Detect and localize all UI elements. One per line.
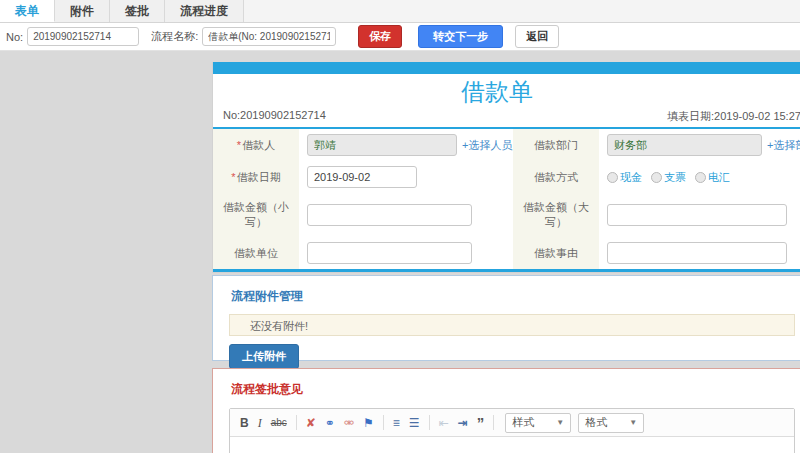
toolbar-separator [296,415,297,430]
link-icon[interactable]: ⚭ [321,414,339,432]
attachment-heading: 流程附件管理 [231,288,800,305]
tab-attachments[interactable]: 附件 [55,0,110,22]
loan-unit-label: 借款单位 [213,237,299,269]
ordered-list-icon[interactable]: ≡ [389,414,404,432]
indent-icon[interactable]: ⇥ [454,414,472,432]
anchor-icon[interactable]: ⚑ [359,414,378,432]
department-select-link[interactable]: +选择部门 [767,138,800,153]
loan-unit-input[interactable] [307,242,472,264]
outdent-icon[interactable]: ⇤ [435,414,453,432]
radio-icon[interactable] [651,172,662,183]
styles-dropdown[interactable]: 样式▼ [505,413,571,433]
upload-attachment-button[interactable]: 上传附件 [229,344,299,369]
panel-header-bar [213,62,800,74]
amount-uppercase-label: 借款金额（大写） [513,193,599,237]
loan-date-input[interactable] [307,166,417,188]
top-toolbar: No: 流程名称: 保存 转交下一步 返回 [0,23,800,51]
chevron-down-icon: ▼ [556,418,564,427]
loan-method-radio[interactable]: 电汇 [695,170,730,185]
department-field: +选择部门 [599,129,800,161]
loan-reason-input[interactable] [607,242,787,264]
amount-lowercase-field [299,193,513,237]
bold-icon[interactable]: B [236,414,253,432]
loan-method-radio[interactable]: 现金 [607,170,642,185]
tab-bar: 表单附件签批流程进度 [0,0,800,23]
remove-format-icon[interactable]: ✘ [302,414,320,432]
format-dropdown[interactable]: 格式▼ [578,413,644,433]
italic-icon[interactable]: I [254,414,266,432]
rich-text-editor: BIabc✘⚭⚮⚑≡☰⇤⇥”样式▼格式▼ [229,408,795,453]
approval-heading: 流程签批意见 [231,381,800,398]
form-meta-row: No:20190902152714 填表日期:2019-09-02 15:27:… [213,107,800,125]
save-button[interactable]: 保存 [358,25,402,48]
department-label: 借款部门 [513,129,599,161]
toolbar-separator [429,415,430,430]
borrower-input[interactable] [307,134,457,156]
editor-toolbar: BIabc✘⚭⚮⚑≡☰⇤⇥”样式▼格式▼ [230,409,794,437]
loan-date-field [299,161,513,193]
toolbar-separator [383,415,384,430]
process-name-input[interactable] [202,27,336,46]
loan-date-label: *借款日期 [213,161,299,193]
attachment-section: 流程附件管理 还没有附件! 上传附件 [212,275,800,361]
toolbar-separator [493,415,494,430]
borrower-label: *借款人 [213,129,299,161]
loan-method-label: 借款方式 [513,161,599,193]
loan-reason-field [599,237,800,269]
loan-method-radio[interactable]: 支票 [651,170,686,185]
radio-icon[interactable] [607,172,618,183]
amount-lowercase-input[interactable] [307,204,472,226]
document-number: No:20190902152714 [223,109,326,121]
forward-next-step-button[interactable]: 转交下一步 [418,25,503,48]
page-title: 借款单 [213,77,800,107]
radio-icon[interactable] [695,172,706,183]
tab-progress[interactable]: 流程进度 [165,0,244,22]
no-input[interactable] [27,27,139,46]
form-table: *借款人+选择人员借款部门+选择部门*借款日期借款方式现金支票电汇借款金额（小写… [213,129,800,269]
form-row: 借款单位借款事由 [213,237,800,269]
editor-content-area[interactable] [230,437,794,453]
process-name-label: 流程名称: [151,29,198,44]
amount-lowercase-label: 借款金额（小写） [213,193,299,237]
approval-section: 流程签批意见 BIabc✘⚭⚮⚑≡☰⇤⇥”样式▼格式▼ [212,368,800,453]
tab-approval[interactable]: 签批 [110,0,165,22]
unlink-icon[interactable]: ⚮ [340,414,358,432]
borrower-select-link[interactable]: +选择人员 [462,138,512,153]
amount-uppercase-field [599,193,800,237]
form-row: 借款金额（小写）借款金额（大写） [213,193,800,237]
required-asterisk: * [231,170,235,185]
divider [213,269,800,272]
borrower-field: +选择人员 [299,129,513,161]
loan-reason-label: 借款事由 [513,237,599,269]
tab-form[interactable]: 表单 [0,0,55,22]
required-asterisk: * [237,138,241,153]
blockquote-icon[interactable]: ” [473,417,489,429]
back-button[interactable]: 返回 [515,25,559,48]
department-input[interactable] [607,134,762,156]
no-attachment-notice: 还没有附件! [229,314,795,336]
loan-unit-field [299,237,513,269]
no-label: No: [6,31,23,43]
loan-method-field: 现金支票电汇 [599,161,800,193]
unordered-list-icon[interactable]: ☰ [405,414,424,432]
form-row: *借款人+选择人员借款部门+选择部门 [213,129,800,161]
chevron-down-icon: ▼ [629,418,637,427]
strikethrough-icon[interactable]: abc [267,414,291,432]
fill-date: 填表日期:2019-09-02 15:27:1 [667,109,800,124]
amount-uppercase-input[interactable] [607,204,787,226]
form-row: *借款日期借款方式现金支票电汇 [213,161,800,193]
loan-form-panel: 借款单 No:20190902152714 填表日期:2019-09-02 15… [212,62,800,273]
